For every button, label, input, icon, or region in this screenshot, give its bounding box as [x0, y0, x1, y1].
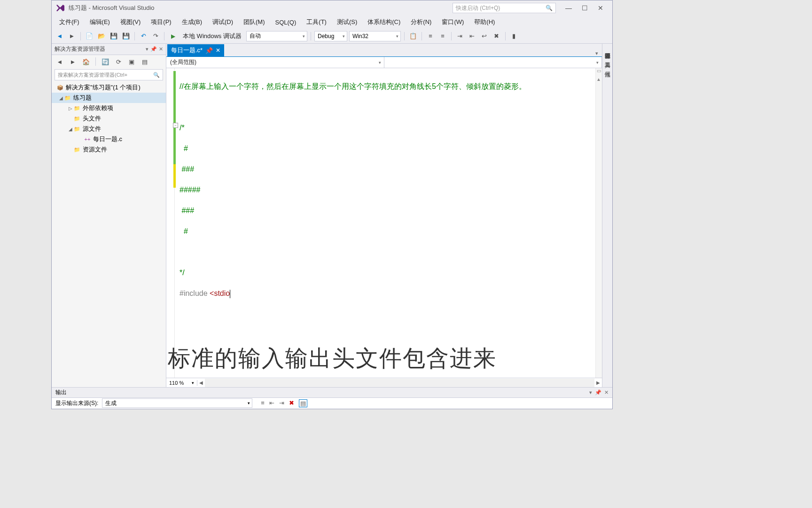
redo-button[interactable]: ↷ — [150, 31, 161, 41]
menu-test[interactable]: 测试(S) — [332, 16, 362, 28]
code-content[interactable]: //在屏幕上输入一个字符，然后在屏幕上显示一个用这个字符填充的对角线长5个字符、… — [175, 68, 595, 378]
output-icon-2[interactable]: ⇤ — [269, 399, 274, 407]
new-project-button[interactable]: 📄 — [84, 31, 94, 41]
toolbar: ◄ ► 📄 📂 💾 💾 ↶ ↷ ▶ 本地 Windows 调试器 自动 Debu… — [52, 29, 612, 44]
output-icon-3[interactable]: ⇥ — [279, 399, 284, 407]
tab-close-icon[interactable]: ✕ — [216, 47, 220, 54]
right-panels: 服务器资源管理器 工具箱 属性 — [602, 44, 612, 387]
open-file-button[interactable]: 📂 — [96, 31, 107, 41]
start-debug-button[interactable]: ▶ — [168, 31, 178, 41]
menu-build[interactable]: 生成(B) — [177, 16, 207, 28]
quick-launch-input[interactable]: 快速启动 (Ctrl+Q) 🔍 — [453, 3, 556, 13]
output-dropdown-icon[interactable]: ▾ — [589, 389, 592, 396]
menu-edit[interactable]: 编辑(E) — [85, 16, 115, 28]
zoom-dropdown[interactable]: 110 % ▾ — [166, 380, 197, 386]
toolbar-icon-3[interactable]: ✖ — [492, 31, 502, 41]
editor-bottom-bar: 110 % ▾ ◀ ▶ — [166, 378, 602, 387]
tab-label: 每日一题.c* — [171, 46, 203, 55]
folder-icon: 📁 — [73, 125, 81, 133]
toolbox-tab[interactable]: 工具箱 — [602, 55, 612, 61]
menu-view[interactable]: 视图(V) — [116, 16, 145, 28]
solution-config-dropdown[interactable]: 自动 — [246, 31, 307, 41]
menu-tools[interactable]: 工具(T) — [302, 16, 331, 28]
scroll-left-button[interactable]: ◀ — [197, 380, 205, 385]
menu-architecture[interactable]: 体系结构(C) — [363, 16, 405, 28]
tree-solution-root[interactable]: 📦 解决方案"练习题"(1 个项目) — [52, 82, 166, 93]
forward-icon[interactable]: ► — [68, 56, 78, 67]
tree-resources[interactable]: 📁 资源文件 — [52, 144, 166, 155]
output-close-icon[interactable]: ✕ — [604, 389, 609, 396]
solution-search-input[interactable]: 搜索解决方案资源管理器(Ctrl+ 🔍 — [55, 69, 163, 80]
file-tab[interactable]: 每日一题.c* 📌 ✕ — [167, 44, 224, 56]
expand-all-icon[interactable]: ▲ — [595, 77, 602, 83]
output-source-dropdown[interactable]: 生成 — [102, 398, 252, 408]
output-icon-1[interactable]: ≡ — [261, 399, 265, 407]
expand-icon[interactable]: ◢ — [58, 95, 64, 101]
indent-button[interactable]: ⇥ — [455, 31, 465, 41]
output-icon-4[interactable]: ✖ — [289, 399, 294, 407]
tree-external-deps[interactable]: ▷ 📁 外部依赖项 — [52, 103, 166, 113]
split-icon[interactable]: ▭ — [595, 68, 602, 75]
panel-dropdown-icon[interactable]: ▾ — [146, 46, 148, 52]
code-block-line: ##### — [180, 186, 201, 194]
expand-icon[interactable]: ▷ — [68, 106, 73, 111]
refresh-icon[interactable]: 🔄 — [100, 56, 110, 67]
menu-file[interactable]: 文件(F) — [55, 16, 84, 28]
save-button[interactable]: 💾 — [109, 31, 119, 41]
expand-icon[interactable]: ◢ — [68, 127, 73, 132]
uncomment-button[interactable]: ≡ — [437, 31, 448, 41]
close-button[interactable]: ✕ — [593, 2, 609, 14]
tab-overflow-icon[interactable]: ▾ — [592, 50, 602, 56]
scope-bar: (全局范围) — [166, 57, 602, 68]
menu-sql[interactable]: SQL(Q) — [271, 17, 301, 28]
debug-target-label[interactable]: 本地 Windows 调试器 — [180, 31, 244, 41]
menu-help[interactable]: 帮助(H) — [469, 16, 500, 28]
server-explorer-tab[interactable]: 服务器资源管理器 — [602, 46, 612, 51]
solution-config2-dropdown[interactable]: Debug — [314, 31, 347, 41]
properties-icon[interactable]: ▤ — [140, 56, 150, 67]
code-editor[interactable]: //在屏幕上输入一个字符，然后在屏幕上显示一个用这个字符填充的对角线长5个字符、… — [166, 68, 602, 378]
panel-close-icon[interactable]: ✕ — [159, 46, 163, 52]
platform-dropdown[interactable]: Win32 — [349, 31, 401, 41]
output-toolbar: 显示输出来源(S): 生成 ≡ ⇤ ⇥ ✖ ▤ — [52, 398, 612, 409]
save-all-button[interactable]: 💾 — [121, 31, 131, 41]
nav-forward-button[interactable]: ► — [67, 31, 77, 41]
menu-window[interactable]: 窗口(W) — [437, 16, 468, 28]
tab-pin-icon[interactable]: 📌 — [205, 47, 213, 54]
toolbar-icon-1[interactable]: 📋 — [408, 31, 418, 41]
undo-button[interactable]: ↶ — [138, 31, 148, 41]
nav-back-button[interactable]: ◄ — [55, 31, 65, 41]
properties-tab[interactable]: 属性 — [602, 64, 612, 70]
sync-icon[interactable]: ⟳ — [113, 56, 124, 67]
code-comment-line: //在屏幕上输入一个字符，然后在屏幕上显示一个用这个字符填充的对角线长5个字符、… — [180, 82, 526, 90]
editor-area: 每日一题.c* 📌 ✕ ▾ (全局范围) //在屏幕上输入一个字符，然后在屏幕上… — [166, 44, 602, 387]
menu-debug[interactable]: 调试(D) — [208, 16, 238, 28]
output-pin-icon[interactable]: 📌 — [595, 389, 601, 396]
app-icon — [55, 3, 65, 13]
c-file-icon: ++ — [84, 135, 91, 143]
toolbar-icon-4[interactable]: ▮ — [509, 31, 519, 41]
comment-out-button[interactable]: ≡ — [425, 31, 436, 41]
menu-analyze[interactable]: 分析(N) — [406, 16, 436, 28]
collapse-icon[interactable]: ▣ — [126, 56, 137, 67]
scope-dropdown-left[interactable]: (全局范围) — [166, 57, 384, 68]
toolbar-icon-2[interactable]: ↩ — [479, 31, 490, 41]
horizontal-scrollbar[interactable] — [205, 379, 594, 387]
tree-source-file[interactable]: ++ 每日一题.c — [52, 134, 166, 144]
menu-project[interactable]: 项目(P) — [146, 16, 176, 28]
scroll-right-button[interactable]: ▶ — [594, 380, 602, 385]
minimize-button[interactable]: — — [561, 2, 577, 14]
tree-headers[interactable]: 📁 头文件 — [52, 113, 166, 124]
tree-sources[interactable]: ◢ 📁 源文件 — [52, 124, 166, 134]
house-icon[interactable]: 🏠 — [81, 56, 91, 67]
output-icon-5[interactable]: ▤ — [299, 399, 307, 407]
tree-project[interactable]: ◢ 📁 练习题 — [52, 93, 166, 103]
overview-ruler[interactable]: ▭ ▲ — [595, 68, 602, 378]
menu-team[interactable]: 团队(M) — [239, 16, 270, 28]
home-icon[interactable]: ◄ — [55, 56, 65, 67]
collapse-region-icon[interactable]: − — [173, 123, 178, 128]
scope-dropdown-right[interactable] — [384, 57, 602, 68]
outdent-button[interactable]: ⇤ — [467, 31, 477, 41]
maximize-button[interactable]: ☐ — [577, 2, 593, 14]
panel-pin-icon[interactable]: 📌 — [150, 46, 157, 52]
